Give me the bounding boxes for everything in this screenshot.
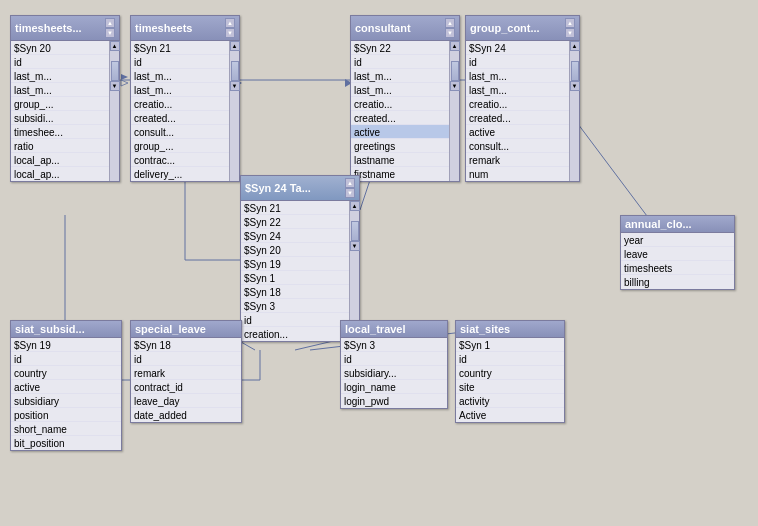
table-row[interactable]: id — [466, 55, 569, 69]
scrollbar-thumb[interactable] — [351, 221, 359, 241]
scrollbar-down[interactable]: ▼ — [570, 81, 580, 91]
table-siat-subsid[interactable]: siat_subsid... $Syn 19 id country active… — [10, 320, 122, 451]
table-row[interactable]: last_m... — [466, 83, 569, 97]
table-row[interactable]: subsidiary — [11, 394, 121, 408]
table-row[interactable]: last_m... — [466, 69, 569, 83]
table-row[interactable]: creatio... — [351, 97, 449, 111]
table-row[interactable]: subsidi... — [11, 111, 109, 125]
scroll-down-center[interactable]: ▼ — [345, 188, 355, 198]
table-row[interactable]: activity — [456, 394, 564, 408]
scrollbar-down[interactable]: ▼ — [110, 81, 120, 91]
table-row[interactable]: site — [456, 380, 564, 394]
scrollbar-up[interactable]: ▲ — [230, 41, 240, 51]
table-row[interactable]: id — [241, 313, 349, 327]
scrollbar-thumb[interactable] — [451, 61, 459, 81]
table-row[interactable]: timeshee... — [11, 125, 109, 139]
table-row[interactable]: short_name — [11, 422, 121, 436]
table-row[interactable]: $Syn 1 — [241, 271, 349, 285]
table-row[interactable]: creatio... — [466, 97, 569, 111]
table-row[interactable]: $Syn 24 — [241, 229, 349, 243]
table-row[interactable]: $Syn 19 — [241, 257, 349, 271]
table-row[interactable]: created... — [466, 111, 569, 125]
table-row[interactable]: last_m... — [11, 83, 109, 97]
table-timesheets[interactable]: timesheets ▲ ▼ $Syn 21 id last_m... last… — [130, 15, 240, 182]
table-row[interactable]: created... — [351, 111, 449, 125]
table-row[interactable]: id — [131, 55, 229, 69]
table-row[interactable]: last_m... — [131, 83, 229, 97]
scroll-down-timesheets-left[interactable]: ▼ — [105, 28, 115, 38]
scrollbar-up[interactable]: ▲ — [350, 201, 360, 211]
table-row[interactable]: position — [11, 408, 121, 422]
scrollbar-up[interactable]: ▲ — [450, 41, 460, 51]
table-row[interactable]: group_... — [11, 97, 109, 111]
scrollbar-thumb[interactable] — [231, 61, 239, 81]
table-row[interactable]: last_m... — [351, 69, 449, 83]
table-row-ratio[interactable]: ratio — [11, 139, 109, 153]
table-row-active[interactable]: active — [351, 125, 449, 139]
scrollbar-down[interactable]: ▼ — [350, 241, 360, 251]
table-row[interactable]: creation... — [241, 327, 349, 341]
table-local-travel[interactable]: local_travel $Syn 3 id subsidiary... log… — [340, 320, 448, 409]
table-row[interactable]: creatio... — [131, 97, 229, 111]
table-row[interactable]: id — [341, 352, 447, 366]
table-row[interactable]: id — [131, 352, 241, 366]
table-row[interactable]: login_name — [341, 380, 447, 394]
scroll-up-group-cont[interactable]: ▲ — [565, 18, 575, 28]
table-row[interactable]: $Syn 20 — [241, 243, 349, 257]
table-special-leave[interactable]: special_leave $Syn 18 id remark contract… — [130, 320, 242, 423]
table-row[interactable]: year — [621, 233, 734, 247]
table-row[interactable]: local_ap... — [11, 167, 109, 181]
table-row[interactable]: country — [456, 366, 564, 380]
scrollbar-down[interactable]: ▼ — [230, 81, 240, 91]
table-row[interactable]: created... — [131, 111, 229, 125]
table-row[interactable]: last_m... — [11, 69, 109, 83]
table-timesheets-left[interactable]: timesheets... ▲ ▼ $Syn 20 id last_m... l… — [10, 15, 120, 182]
scroll-up-center[interactable]: ▲ — [345, 178, 355, 188]
table-row[interactable]: leave_day — [131, 394, 241, 408]
scrollbar-up[interactable]: ▲ — [110, 41, 120, 51]
table-center-junction[interactable]: $Syn 24 Ta... ▲ ▼ $Syn 21 $Syn 22 $Syn 2… — [240, 175, 360, 342]
scrollbar-up[interactable]: ▲ — [570, 41, 580, 51]
table-row[interactable]: active — [466, 125, 569, 139]
table-row[interactable]: country — [11, 366, 121, 380]
table-row[interactable]: leave — [621, 247, 734, 261]
table-row[interactable]: login_pwd — [341, 394, 447, 408]
table-siat-sites[interactable]: siat_sites $Syn 1 id country site activi… — [455, 320, 565, 423]
table-row[interactable]: lastname — [351, 153, 449, 167]
table-row[interactable]: delivery_... — [131, 167, 229, 181]
scroll-up-timesheets[interactable]: ▲ — [225, 18, 235, 28]
table-row[interactable]: greetings — [351, 139, 449, 153]
table-row[interactable]: consult... — [131, 125, 229, 139]
scrollbar-down[interactable]: ▼ — [450, 81, 460, 91]
table-row[interactable]: consult... — [466, 139, 569, 153]
scroll-down-consultant[interactable]: ▼ — [445, 28, 455, 38]
table-row[interactable]: $Syn 18 — [241, 285, 349, 299]
table-row[interactable]: id — [11, 55, 109, 69]
table-row[interactable]: num — [466, 167, 569, 181]
scroll-down-timesheets[interactable]: ▼ — [225, 28, 235, 38]
table-row[interactable]: remark — [466, 153, 569, 167]
table-row[interactable]: group_... — [131, 139, 229, 153]
table-row[interactable]: bit_position — [11, 436, 121, 450]
table-row[interactable]: active — [11, 380, 121, 394]
scroll-up-consultant[interactable]: ▲ — [445, 18, 455, 28]
table-consultant[interactable]: consultant ▲ ▼ $Syn 22 id last_m... last… — [350, 15, 460, 182]
table-row[interactable]: id — [351, 55, 449, 69]
table-row[interactable]: contrac... — [131, 153, 229, 167]
table-annual-clo[interactable]: annual_clo... year leave timesheets bill… — [620, 215, 735, 290]
table-row[interactable]: Active — [456, 408, 564, 422]
table-row[interactable]: contract_id — [131, 380, 241, 394]
table-row[interactable]: $Syn 3 — [241, 299, 349, 313]
table-row[interactable]: last_m... — [131, 69, 229, 83]
scrollbar-thumb[interactable] — [111, 61, 119, 81]
table-row[interactable]: local_ap... — [11, 153, 109, 167]
table-row[interactable]: billing — [621, 275, 734, 289]
table-row[interactable]: subsidiary... — [341, 366, 447, 380]
table-row[interactable]: firstname — [351, 167, 449, 181]
table-row[interactable]: id — [456, 352, 564, 366]
table-row[interactable]: id — [11, 352, 121, 366]
scroll-down-group-cont[interactable]: ▼ — [565, 28, 575, 38]
table-row[interactable]: timesheets — [621, 261, 734, 275]
table-group-cont[interactable]: group_cont... ▲ ▼ $Syn 24 id last_m... l… — [465, 15, 580, 182]
scroll-up-timesheets-left[interactable]: ▲ — [105, 18, 115, 28]
